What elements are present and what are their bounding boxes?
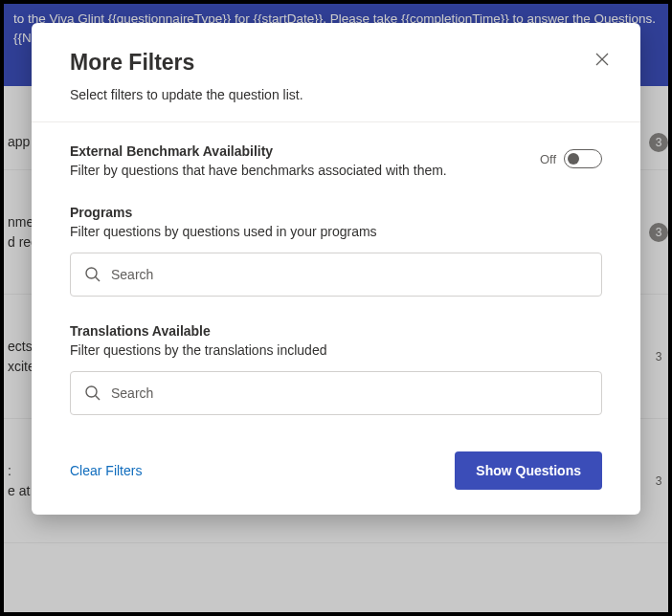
filter-desc: Filter by questions that have benchmarks… xyxy=(70,163,447,178)
search-icon xyxy=(84,266,101,283)
toggle-state-label: Off xyxy=(540,152,556,166)
more-filters-modal: More Filters Select filters to update th… xyxy=(32,23,640,515)
clear-filters-button[interactable]: Clear Filters xyxy=(70,463,142,478)
svg-line-5 xyxy=(96,396,100,400)
show-questions-button[interactable]: Show Questions xyxy=(455,451,602,490)
svg-point-4 xyxy=(86,386,97,397)
programs-search[interactable] xyxy=(70,253,602,297)
filter-title: Programs xyxy=(70,205,602,220)
translations-search-input[interactable] xyxy=(111,385,588,401)
svg-point-2 xyxy=(86,268,97,278)
filter-programs: Programs Filter questions by questions u… xyxy=(70,205,602,297)
filter-title: Translations Available xyxy=(70,323,602,339)
filter-desc: Filter questions by questions used in yo… xyxy=(70,224,602,239)
filter-translations: Translations Available Filter questions … xyxy=(70,323,602,415)
programs-search-input[interactable] xyxy=(111,267,588,282)
toggle-knob-icon xyxy=(568,153,579,165)
benchmark-toggle[interactable] xyxy=(564,149,602,168)
search-icon xyxy=(84,385,101,402)
modal-title: More Filters xyxy=(70,50,602,76)
modal-subtitle: Select filters to update the question li… xyxy=(70,87,602,102)
svg-line-3 xyxy=(96,277,100,281)
filter-benchmark: External Benchmark Availability Filter b… xyxy=(70,143,602,178)
filter-desc: Filter questions by the translations inc… xyxy=(70,342,602,358)
filter-title: External Benchmark Availability xyxy=(70,143,447,159)
translations-search[interactable] xyxy=(70,371,602,415)
modal-overlay: More Filters Select filters to update th… xyxy=(4,4,668,612)
